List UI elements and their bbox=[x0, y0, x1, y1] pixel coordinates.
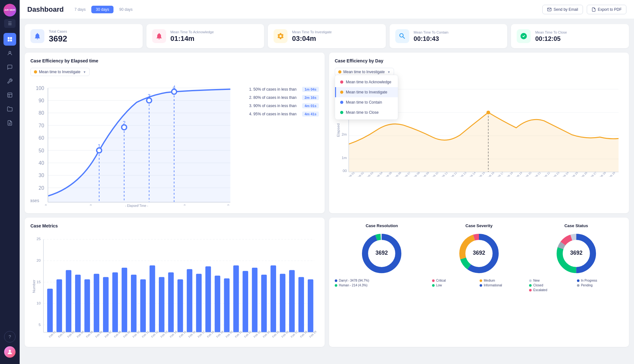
close-dot bbox=[340, 111, 343, 114]
sidebar-item-dashboard[interactable] bbox=[3, 33, 16, 46]
total-cases-icon bbox=[30, 29, 44, 43]
svg-text:8m: 8m bbox=[227, 204, 234, 205]
svg-rect-116 bbox=[140, 279, 146, 332]
day-metric-label: Mean time to Investigate bbox=[343, 70, 385, 74]
svg-text:1m: 1m bbox=[342, 156, 347, 160]
svg-rect-112 bbox=[103, 277, 109, 333]
efficiency-day-title: Case Efficiency by Day bbox=[335, 58, 623, 63]
sidebar-item-chat[interactable] bbox=[3, 61, 16, 73]
acknowledge-icon bbox=[152, 29, 166, 43]
efficiency-day-card: Case Efficiency by Day Mean time to Inve… bbox=[329, 53, 629, 213]
acknowledge-dot bbox=[340, 80, 343, 84]
legend-pending: Pending bbox=[577, 284, 623, 287]
sidebar-item-files[interactable] bbox=[3, 103, 16, 115]
svg-rect-106 bbox=[47, 289, 53, 332]
legend-new: New bbox=[529, 279, 575, 282]
sidebar-item-docs[interactable] bbox=[3, 117, 16, 129]
page-title: Dashboard bbox=[27, 5, 64, 14]
svg-rect-0 bbox=[8, 37, 10, 39]
gear-icon bbox=[277, 32, 284, 40]
total-cases-info: Total Cases 3692 bbox=[49, 29, 67, 43]
svg-rect-114 bbox=[122, 268, 127, 332]
case-status-legend: New In Progress Closed Pending bbox=[529, 279, 623, 292]
user-avatar[interactable] bbox=[4, 346, 16, 358]
case-metrics-title: Case Metrics bbox=[30, 223, 319, 228]
stat-cards-row: Total Cases 3692 Mean Time To Acknowledg… bbox=[25, 24, 629, 48]
human-dot bbox=[335, 284, 337, 287]
svg-text:Elapsed: Elapsed bbox=[336, 124, 340, 137]
efficiency-chart-area: 100 90 80 70 60 50 40 30 20 % of Cases bbox=[30, 80, 319, 208]
topbar: Dashboard 7 days 30 days 90 days Send by… bbox=[20, 0, 634, 19]
time-filter: 7 days 30 days 90 days bbox=[70, 6, 137, 13]
sidebar-item-tools[interactable] bbox=[3, 75, 16, 87]
efficiency-elapsed-card: Case Efficiency by Elapsed time Mean tim… bbox=[25, 53, 325, 213]
filter-30days[interactable]: 30 days bbox=[91, 6, 113, 13]
svg-text:3: 3 bbox=[148, 93, 151, 99]
svg-rect-125 bbox=[224, 278, 230, 332]
pending-dot bbox=[577, 284, 579, 287]
svg-rect-119 bbox=[168, 272, 174, 332]
svg-rect-124 bbox=[215, 276, 220, 332]
main-content: Dashboard 7 days 30 days 90 days Send by… bbox=[20, 0, 634, 364]
elapsed-metric-label: Mean time to Investigate bbox=[39, 70, 81, 74]
sidebar: AIR MDR ☰ ? bbox=[0, 0, 20, 364]
svg-rect-113 bbox=[112, 272, 118, 332]
sidebar-item-users[interactable] bbox=[3, 47, 16, 60]
docs-icon bbox=[7, 120, 13, 126]
percentile-list: 1. 50% of cases in less than 1m 04s 2. 8… bbox=[249, 80, 319, 208]
send-email-button[interactable]: Send by Email bbox=[542, 5, 583, 14]
svg-rect-120 bbox=[178, 279, 183, 332]
svg-text:25: 25 bbox=[36, 237, 41, 241]
dropdown-item-close[interactable]: Mean time to Close bbox=[335, 107, 398, 118]
svg-text:3692: 3692 bbox=[570, 250, 582, 256]
elapsed-line-chart: 100 90 80 70 60 50 40 30 20 % of Cases bbox=[30, 80, 243, 205]
case-status-title: Case Status bbox=[564, 223, 588, 228]
inprogress-dot bbox=[577, 279, 579, 282]
sidebar-toggle-btn[interactable]: ☰ bbox=[4, 19, 16, 28]
svg-text:1: 1 bbox=[98, 144, 100, 149]
elapsed-metric-selector[interactable]: Mean time to Investigate ▼ bbox=[30, 68, 90, 76]
case-metrics-bar-chart: 25 20 15 10 5 Number bbox=[30, 233, 319, 340]
svg-text:0m: 0m bbox=[44, 204, 51, 205]
investigate-icon bbox=[274, 29, 288, 43]
case-severity-donut: 3692 bbox=[457, 231, 501, 276]
svg-rect-123 bbox=[205, 266, 211, 332]
svg-text:% of Cases: % of Cases bbox=[30, 198, 39, 203]
percentile-2: 2. 80% of cases in less than 2m 16s bbox=[249, 95, 319, 100]
svg-rect-122 bbox=[196, 274, 202, 332]
filter-90days[interactable]: 90 days bbox=[115, 6, 137, 13]
investigate-info: Mean Time To Investigate 03:04m bbox=[292, 30, 332, 42]
filter-7days[interactable]: 7 days bbox=[70, 6, 90, 13]
dashboard-icon bbox=[7, 36, 13, 42]
contain-label: Mean Time To Contain bbox=[414, 30, 449, 34]
help-button[interactable]: ? bbox=[4, 331, 16, 342]
legend-informational: Informational bbox=[480, 284, 526, 287]
legend-escalated: Escalated bbox=[529, 288, 575, 292]
svg-text:40: 40 bbox=[39, 160, 44, 166]
new-dot bbox=[529, 279, 532, 282]
export-pdf-button[interactable]: Export to PDF bbox=[587, 5, 626, 14]
svg-rect-134 bbox=[308, 279, 314, 332]
svg-rect-118 bbox=[159, 277, 165, 333]
percentile-2-value: 2m 16s bbox=[302, 95, 319, 100]
legend-darryl: Darryl - 3478 (94.7%) bbox=[335, 279, 429, 282]
svg-text:70: 70 bbox=[39, 123, 44, 128]
dropdown-item-contain[interactable]: Mean time to Contain bbox=[335, 97, 398, 107]
svg-rect-129 bbox=[261, 275, 267, 332]
day-metric-dot bbox=[338, 70, 341, 73]
svg-rect-117 bbox=[150, 265, 155, 332]
case-resolution-legend: Darryl - 3478 (94.7%) Human - 214 (4.3%) bbox=[335, 279, 429, 287]
dropdown-item-investigate[interactable]: Mean time to Investigate bbox=[335, 87, 398, 97]
dropdown-item-acknowledge[interactable]: Mean time to Acknowledge bbox=[335, 77, 398, 87]
percentile-1: 1. 50% of cases in less than 1m 04s bbox=[249, 87, 319, 92]
bottom-row: Case Metrics 25 20 15 10 5 Number bbox=[25, 218, 629, 347]
percentile-1-value: 1m 04s bbox=[302, 87, 319, 92]
content-area: Total Cases 3692 Mean Time To Acknowledg… bbox=[20, 19, 634, 364]
avatar-icon bbox=[7, 349, 13, 355]
sidebar-item-reports[interactable] bbox=[3, 89, 16, 101]
topbar-actions: Send by Email Export to PDF bbox=[542, 5, 626, 14]
contain-icon bbox=[395, 29, 409, 43]
svg-rect-132 bbox=[289, 270, 295, 333]
files-icon bbox=[7, 106, 13, 112]
stat-card-contain: Mean Time To Contain 00:10:43 bbox=[390, 24, 508, 48]
